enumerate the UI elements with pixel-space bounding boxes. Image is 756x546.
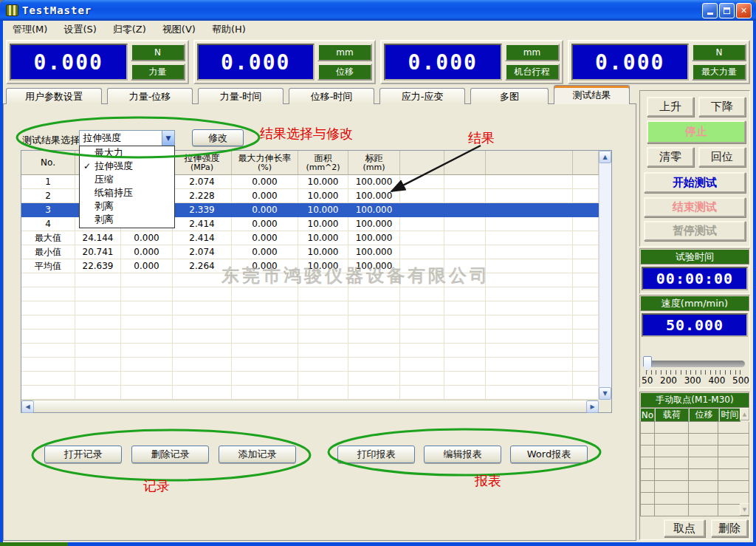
tab-多图[interactable]: 多图: [470, 88, 549, 104]
result-select-popup: 最大力✓拉伸强度压缩纸箱持压剥离剥离: [79, 146, 175, 228]
record-button[interactable]: 添加记录: [219, 446, 296, 463]
table-row-empty: [21, 386, 599, 400]
annotation-select-modify: 结果选择与修改: [260, 125, 353, 143]
result-select-combobox[interactable]: 拉伸强度 ▼: [79, 130, 175, 146]
table-row[interactable]: 最大值24.1440.0002.4140.00010.000100.000: [21, 231, 599, 245]
home-button[interactable]: 回位: [698, 147, 746, 167]
dropdown-item[interactable]: 压缩: [80, 173, 174, 186]
table-row[interactable]: 最小值20.7410.0002.0740.00010.000100.000: [21, 245, 599, 259]
tab-bar: 用户参数设置力量-位移力量-时间位移-时间应力-应变多图测试结果: [6, 87, 636, 104]
col-header: 最大力伸长率(%): [232, 151, 298, 175]
display-unit: mm: [505, 44, 560, 61]
tab-位移-时间[interactable]: 位移-时间: [289, 88, 374, 104]
report-button[interactable]: 编辑报表: [424, 446, 501, 463]
tab-力量-时间[interactable]: 力量-时间: [198, 88, 284, 104]
delete-point-button[interactable]: 删除: [711, 519, 748, 537]
scrollbar-corner: [599, 400, 611, 412]
manual-col-header: No: [640, 408, 655, 422]
table-row-empty: [21, 330, 599, 344]
col-header: [573, 151, 599, 175]
display-panel: 0.000mm位移: [193, 40, 377, 84]
app-window: TestMaster ✕ 管理(M)设置(S)归零(Z)视图(V)帮助(H) 0…: [0, 0, 756, 546]
scroll-down-button[interactable]: ▼: [599, 387, 611, 400]
table-row-empty: [21, 315, 599, 330]
menu-item[interactable]: 管理(M): [7, 21, 52, 38]
pause-test-button[interactable]: 暂停测试: [644, 221, 746, 241]
close-button[interactable]: ✕: [736, 3, 752, 18]
dropdown-item[interactable]: 最大力: [80, 146, 174, 160]
scroll-right-icon: ▶: [590, 403, 594, 410]
jog-panel: 上升 下降 停止 清零 回位 开始测试 结束测试 暂停测试: [639, 90, 750, 247]
table-row-empty: [21, 344, 599, 358]
maximize-button[interactable]: [719, 3, 735, 18]
scroll-left-button[interactable]: ◀: [21, 400, 34, 413]
tab-力量-位移[interactable]: 力量-位移: [107, 88, 193, 104]
col-header: 拉伸强度(MPa): [173, 151, 232, 175]
dropdown-item[interactable]: ✓拉伸强度: [80, 160, 174, 173]
slider-tick-label: 50: [642, 375, 653, 386]
title-bar[interactable]: TestMaster ✕: [0, 0, 756, 21]
col-header: 标距(mm): [348, 151, 400, 175]
dropdown-item[interactable]: 剥离: [80, 199, 174, 213]
table-row-empty: [21, 301, 599, 315]
slider-tick-label: 500: [732, 375, 749, 386]
combobox-dropdown-button[interactable]: ▼: [162, 131, 174, 146]
manual-col-header: 载荷: [655, 408, 689, 422]
manual-row: [640, 493, 749, 505]
display-labels: mm机台行程: [505, 44, 560, 81]
start-test-button[interactable]: 开始测试: [644, 172, 746, 193]
menu-item[interactable]: 帮助(H): [207, 21, 251, 38]
manual-points-label: 手动取点(M1-M30): [640, 392, 749, 408]
report-button[interactable]: Word报表: [510, 446, 588, 463]
report-button[interactable]: 打印报表: [337, 446, 415, 463]
manual-scroll-up-button[interactable]: ▲: [740, 408, 749, 420]
table-row-empty: [21, 358, 599, 372]
record-button[interactable]: 打开记录: [44, 446, 122, 463]
speed-slider-track[interactable]: [645, 361, 745, 367]
take-point-button[interactable]: 取点: [664, 519, 705, 537]
dropdown-item[interactable]: 纸箱持压: [80, 186, 174, 199]
tab-测试结果[interactable]: 测试结果: [554, 85, 630, 104]
col-header: [444, 151, 486, 175]
display-value: 0.000: [10, 44, 128, 81]
record-button[interactable]: 删除记录: [131, 446, 209, 463]
scroll-up-button[interactable]: ▲: [599, 151, 611, 163]
vertical-scrollbar[interactable]: ▲ ▼: [599, 151, 611, 400]
manual-row: [640, 434, 749, 446]
up-button[interactable]: 上升: [647, 97, 694, 117]
stop-button[interactable]: 停止: [647, 120, 746, 143]
zero-button[interactable]: 清零: [647, 147, 694, 167]
manual-scroll-down-button[interactable]: ▼: [740, 503, 749, 516]
display-labels: N最大力量: [692, 44, 746, 81]
end-test-button[interactable]: 结束测试: [644, 197, 746, 217]
tab-用户参数设置[interactable]: 用户参数设置: [6, 88, 102, 104]
watermark-text: 东莞市鸿骏仪器设备有限公司: [221, 264, 532, 287]
close-icon: ✕: [740, 6, 747, 16]
modify-button[interactable]: 修改: [192, 129, 244, 146]
display-value: 0.000: [384, 44, 502, 81]
display-panel: 0.000N最大力量: [568, 40, 751, 84]
manual-row: [640, 469, 749, 481]
menu-item[interactable]: 归零(Z): [108, 21, 151, 38]
menu-item[interactable]: 设置(S): [58, 21, 101, 38]
window-title: TestMaster: [22, 4, 92, 16]
minimize-button[interactable]: [702, 3, 718, 18]
down-button[interactable]: 下降: [698, 97, 746, 117]
speed-slider-labels: 50200300400500: [642, 375, 749, 386]
speed-slider-thumb[interactable]: [643, 356, 652, 371]
scroll-up-icon: ▲: [602, 154, 607, 160]
test-time-label: 试验时间: [640, 249, 749, 265]
display-labels: mm位移: [317, 44, 372, 81]
result-select-value: 拉伸强度: [80, 132, 162, 145]
scroll-left-icon: ◀: [25, 403, 30, 410]
annotation-result: 结果: [468, 129, 495, 147]
slider-tick-label: 200: [660, 375, 677, 386]
menu-item[interactable]: 视图(V): [157, 21, 201, 38]
table-row-empty: [21, 372, 599, 386]
scroll-right-button[interactable]: ▶: [586, 400, 599, 413]
dropdown-item[interactable]: 剥离: [80, 213, 174, 226]
annotation-reports: 报表: [475, 472, 501, 490]
horizontal-scrollbar[interactable]: ◀ ▶: [21, 400, 599, 412]
tab-应力-应变[interactable]: 应力-应变: [379, 88, 465, 104]
display-label: 机台行程: [505, 64, 560, 81]
